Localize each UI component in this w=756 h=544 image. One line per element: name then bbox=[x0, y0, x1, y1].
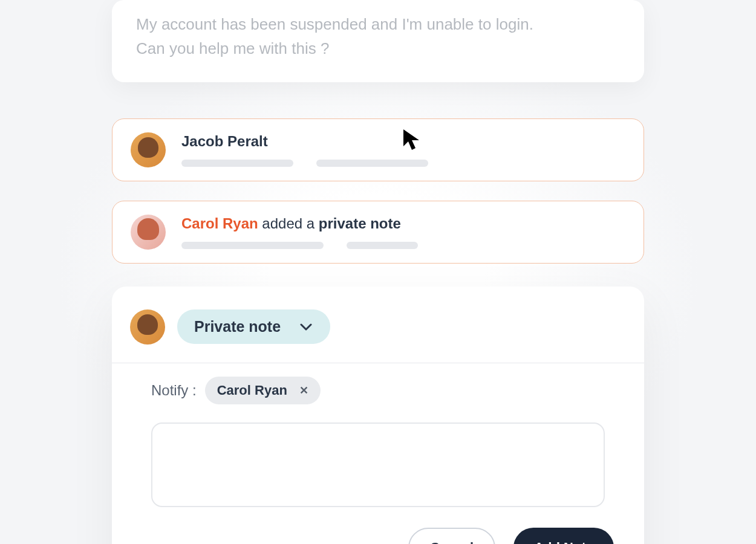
composer-card: Private note Notify : Carol Ryan ✕ Cance… bbox=[112, 287, 644, 544]
close-icon[interactable]: ✕ bbox=[299, 384, 308, 397]
user-name: Jacob Peralt bbox=[181, 133, 625, 150]
add-note-button[interactable]: Add Note bbox=[513, 528, 614, 544]
placeholder-line bbox=[347, 242, 418, 249]
cancel-button[interactable]: Cancel bbox=[408, 528, 495, 544]
note-type-dropdown[interactable]: Private note bbox=[177, 309, 330, 344]
avatar bbox=[130, 309, 165, 345]
notify-tag: Carol Ryan ✕ bbox=[205, 377, 321, 404]
user-reply-card[interactable]: Jacob Peralt bbox=[112, 118, 644, 181]
note-textarea[interactable] bbox=[151, 423, 605, 507]
placeholder-line bbox=[181, 242, 324, 249]
note-type-label: Private note bbox=[194, 318, 281, 335]
message-line-2: Can you help me with this ? bbox=[136, 39, 329, 57]
message-text: My account has been suspended and I'm un… bbox=[136, 12, 620, 61]
user-content: Jacob Peralt bbox=[181, 133, 625, 167]
composer-header: Private note bbox=[112, 309, 644, 363]
original-message-card: My account has been suspended and I'm un… bbox=[112, 0, 644, 82]
chevron-down-icon bbox=[300, 323, 312, 331]
placeholder-line bbox=[316, 160, 428, 167]
private-note-card[interactable]: Carol Ryan added a private note bbox=[112, 201, 644, 264]
placeholder-lines bbox=[181, 160, 625, 167]
avatar bbox=[131, 215, 166, 250]
textarea-wrap bbox=[112, 404, 644, 510]
note-action-bold: private note bbox=[319, 215, 401, 232]
button-row: Cancel Add Note bbox=[112, 510, 644, 544]
tag-name: Carol Ryan bbox=[217, 383, 287, 398]
user-content: Carol Ryan added a private note bbox=[181, 215, 625, 249]
note-header: Carol Ryan added a private note bbox=[181, 215, 625, 232]
notify-row: Notify : Carol Ryan ✕ bbox=[112, 363, 644, 404]
notify-label: Notify : bbox=[151, 382, 197, 399]
avatar bbox=[131, 132, 166, 167]
note-action: added a bbox=[258, 215, 319, 232]
placeholder-line bbox=[181, 160, 293, 167]
note-author: Carol Ryan bbox=[181, 215, 258, 232]
placeholder-lines bbox=[181, 242, 625, 249]
message-line-1: My account has been suspended and I'm un… bbox=[136, 15, 533, 33]
